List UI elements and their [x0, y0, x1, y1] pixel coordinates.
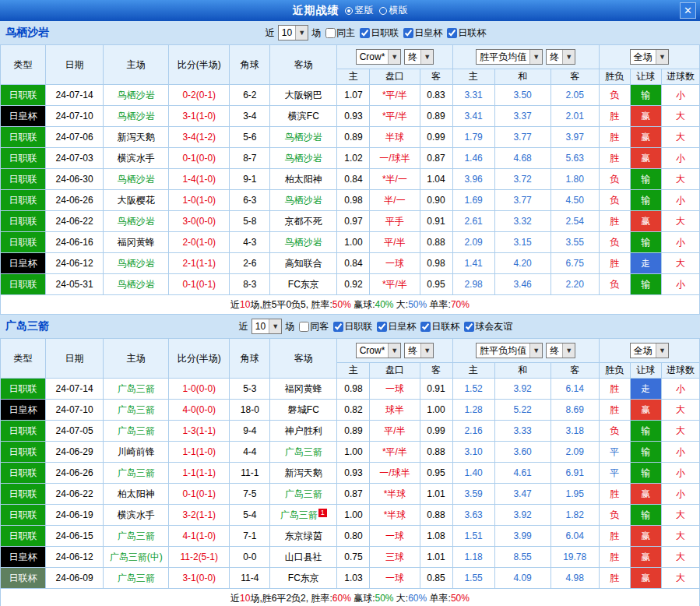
goals-result: 小: [661, 148, 699, 169]
league-filter-checkbox[interactable]: [447, 28, 457, 38]
same-side-filter-checkbox[interactable]: [325, 28, 336, 38]
same-side-filter-checkbox[interactable]: [299, 322, 309, 332]
match-result: 胜: [599, 379, 630, 400]
ah-handicap: *半球: [370, 505, 420, 526]
column-subheader: 让球: [630, 69, 661, 85]
odds-time-select[interactable]: 终▼: [404, 49, 434, 65]
match-row: 日职联24-06-26广岛三箭1-1(1-1)11-1新泻天鹅0.93一/球半0…: [1, 463, 700, 484]
league-filter-checkbox[interactable]: [464, 322, 474, 332]
europe-odds-select[interactable]: 胜平负均值▼: [476, 49, 543, 65]
dropdown-arrow-icon: ▼: [388, 50, 400, 64]
column-header: 类型: [1, 339, 46, 379]
league-badge: 日联杯: [1, 568, 46, 589]
match-date: 24-06-26: [46, 190, 104, 211]
europe-away-odds: 1.80: [551, 169, 599, 190]
europe-away-odds: 19.78: [551, 547, 599, 568]
corner-score: 9-4: [230, 421, 270, 442]
league-filter-checkbox[interactable]: [377, 322, 387, 332]
ah-away-odds: 0.83: [420, 85, 452, 106]
league-filter-checkbox[interactable]: [360, 28, 370, 38]
away-team: 广岛三箭1: [270, 505, 337, 526]
handicap-result: 输: [630, 169, 661, 190]
odds-company-select[interactable]: Crow*▼: [356, 343, 402, 358]
match-result: 负: [599, 85, 630, 106]
section-header: 鸟栖沙岩近10▼场同主日职联日皇杯日联杯: [0, 21, 700, 44]
ah-handicap: *平/半: [370, 106, 420, 127]
europe-home-odds: 3.59: [452, 484, 494, 505]
summary-single-label: 单率:: [427, 593, 451, 604]
same-side-filter[interactable]: 同客: [299, 320, 329, 333]
layout-radio-vertical[interactable]: 竖版: [345, 4, 374, 17]
match-row: 日联杯24-06-09广岛三箭3-1(0-0)11-4FC东京1.03一球0.8…: [1, 568, 700, 589]
league-filter[interactable]: 日皇杯: [403, 26, 442, 40]
goals-result: 大: [661, 568, 699, 589]
league-filter[interactable]: 日联杯: [420, 320, 459, 333]
summary-big-label: 大:: [394, 299, 409, 310]
goals-result: 小: [661, 232, 699, 253]
away-team: 福冈黄蜂: [270, 379, 337, 400]
ah-handicap: 一/球半: [370, 463, 420, 484]
match-date: 24-06-12: [46, 253, 104, 274]
league-filter-label: 日联杯: [431, 320, 459, 333]
corner-score: 5-6: [230, 127, 270, 148]
match-count-select[interactable]: 10▼: [278, 25, 308, 41]
match-count-select-value: 10: [252, 321, 269, 332]
match-date: 24-06-12: [46, 547, 104, 568]
match-row: 日职联24-07-05广岛三箭1-3(1-1)9-4神户胜利0.89平/半0.9…: [1, 421, 700, 442]
column-header: 客场: [270, 339, 337, 379]
match-date: 24-06-19: [46, 505, 104, 526]
games-label: 场: [311, 26, 321, 40]
odds-company-select[interactable]: Crow*▼: [356, 49, 402, 65]
ah-away-odds: 1.04: [420, 169, 452, 190]
europe-time-select[interactable]: 终▼: [546, 343, 575, 358]
close-button[interactable]: ✕: [680, 2, 696, 19]
dropdown-arrow-icon: ▼: [656, 50, 668, 64]
league-filter-checkbox[interactable]: [420, 322, 431, 332]
summary-text: 近10场,胜6平2负2, 胜率:60% 赢球:50% 大:60% 单率:50%: [1, 589, 700, 606]
match-result: 胜: [599, 148, 630, 169]
column-header: 客场: [270, 45, 337, 85]
goals-result: 小: [661, 463, 699, 484]
match-result: 胜: [599, 526, 630, 547]
radio-vertical-label: 竖版: [355, 4, 374, 17]
handicap-result: 走: [630, 253, 661, 274]
column-subheader: 客: [420, 69, 452, 85]
home-team: 广岛三箭: [104, 400, 169, 421]
ah-away-odds: 0.87: [420, 148, 452, 169]
league-filter[interactable]: 日联杯: [447, 26, 486, 40]
europe-draw-odds: 5.22: [494, 400, 551, 421]
league-filter[interactable]: 球会友谊: [464, 320, 512, 333]
summary-single-rate: 50%: [451, 593, 470, 604]
same-side-filter[interactable]: 同主: [325, 26, 355, 40]
dropdown-arrow-icon: ▼: [295, 26, 308, 40]
europe-draw-odds: 4.20: [494, 253, 551, 274]
europe-time-select[interactable]: 终▼: [546, 49, 575, 65]
summary-ball-label: 赢球:: [351, 299, 375, 310]
odds-time-select[interactable]: 终▼: [404, 343, 434, 358]
summary-row: 近10场,胜5平0负5, 胜率:50% 赢球:40% 大:50% 单率:70%: [1, 295, 700, 315]
league-filter[interactable]: 日皇杯: [377, 320, 416, 333]
match-count-select[interactable]: 10▼: [252, 319, 282, 334]
league-badge: 日皇杯: [1, 106, 46, 127]
league-filter[interactable]: 日职联: [333, 320, 372, 333]
match-date: 24-07-06: [46, 127, 104, 148]
europe-odds-select[interactable]: 胜平负均值▼: [476, 343, 543, 358]
home-team: 大阪樱花: [104, 190, 169, 211]
scope-select[interactable]: 全场▼: [630, 49, 669, 65]
ah-away-odds: 0.89: [420, 106, 452, 127]
ah-home-odds: 0.89: [337, 127, 370, 148]
league-filter-checkbox[interactable]: [403, 28, 413, 38]
league-filter[interactable]: 日职联: [360, 26, 399, 40]
dropdown-arrow-icon: ▼: [529, 344, 542, 358]
same-side-filter-label: 同客: [310, 320, 329, 333]
match-result: 胜: [599, 106, 630, 127]
europe-time-select-value: 终: [547, 51, 562, 64]
dropdown-arrow-icon: ▼: [529, 50, 542, 64]
ah-handicap: *平/半: [370, 442, 420, 463]
same-side-filter-label: 同主: [336, 26, 355, 40]
home-team: 横滨水手: [104, 505, 169, 526]
layout-radio-horizontal[interactable]: 横版: [379, 4, 408, 17]
league-filter-checkbox[interactable]: [333, 322, 343, 332]
scope-select[interactable]: 全场▼: [630, 343, 669, 358]
away-team: FC东京: [270, 568, 337, 589]
